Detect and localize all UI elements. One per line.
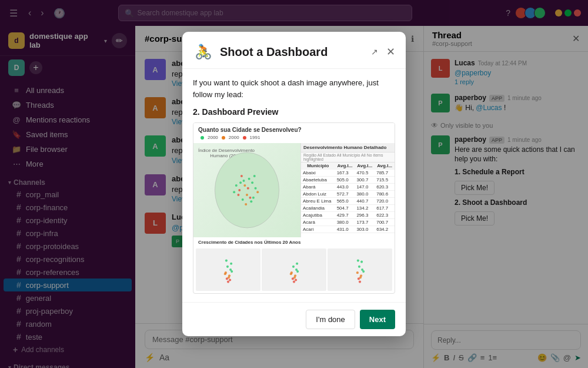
bottom-chart-title: Crescimento de Cidades nos Últimos 20 An… xyxy=(193,237,395,246)
table-row: Abará443.0147.0620.3 xyxy=(301,184,395,191)
svg-point-8 xyxy=(242,198,244,201)
svg-point-28 xyxy=(225,260,228,262)
mini-chart-2 xyxy=(262,248,326,291)
table-title: Desenvolvimento Humano Detalhado xyxy=(301,143,395,152)
legend-label-3: 1991 xyxy=(250,135,260,140)
table-row: Abreu E Lima565.0440.7720.0 xyxy=(301,198,395,205)
svg-point-42 xyxy=(296,270,299,273)
svg-point-4 xyxy=(251,181,253,184)
chart-svg-1 xyxy=(196,248,260,291)
legend-label-1: 2000 xyxy=(208,135,218,140)
svg-point-2 xyxy=(248,178,250,180)
svg-point-44 xyxy=(359,281,361,283)
svg-point-49 xyxy=(358,266,360,268)
svg-point-7 xyxy=(246,194,248,196)
modal-body: If you want to quick shoot a dash image … xyxy=(182,69,406,302)
svg-point-6 xyxy=(255,187,257,190)
svg-point-1 xyxy=(240,175,243,177)
svg-point-9 xyxy=(249,197,251,199)
svg-point-12 xyxy=(243,180,245,182)
svg-point-18 xyxy=(252,197,255,199)
table-row: Abdon Luiz572.7380.0780.6 xyxy=(301,191,395,198)
modal-icon: 🚴 xyxy=(193,41,214,62)
modal-overlay[interactable]: 🚴 Shoot a Dashboard ↗ ✕ If you want to q… xyxy=(0,0,588,368)
svg-point-16 xyxy=(245,203,247,205)
svg-point-29 xyxy=(229,279,231,281)
table-row: Acari431.0303.0634.2 xyxy=(301,226,395,233)
chart-title-row: Quanto sua Cidade se Desenvolveu? 2000 2… xyxy=(193,123,395,143)
modal-section-title: 2. Dashboard Preview xyxy=(193,107,395,117)
legend-dot-3 xyxy=(243,136,246,140)
col-header-avg2: Avg.I... xyxy=(355,163,375,170)
svg-point-0 xyxy=(215,152,279,228)
svg-point-31 xyxy=(224,273,226,275)
svg-point-51 xyxy=(359,276,362,279)
modal-header: 🚴 Shoot a Dashboard ↗ ✕ xyxy=(182,32,406,69)
col-header-avg1: Avg.I... xyxy=(335,163,355,170)
preview-charts xyxy=(193,246,395,293)
svg-point-11 xyxy=(256,191,259,193)
svg-point-14 xyxy=(237,194,239,196)
chart-svg-3 xyxy=(328,248,392,291)
preview-table: Desenvolvimento Humano Detalhado Região … xyxy=(300,143,395,237)
svg-point-21 xyxy=(227,281,229,283)
preview-map: Índice de DesenvolvimentoHumano (2010) xyxy=(193,143,300,237)
modal-title: Shoot a Dashboard xyxy=(220,45,365,59)
external-link-icon[interactable]: ↗ xyxy=(371,47,378,57)
chart-legend: 2000 2000 1991 xyxy=(198,133,390,142)
table-row: Abaetetuba505.0300.7715.5 xyxy=(301,177,395,184)
table-header-row: Município Avg.I... Avg.I... Avg.I... xyxy=(301,163,395,170)
svg-point-52 xyxy=(362,270,365,273)
legend-dot-1 xyxy=(201,136,204,140)
col-header-avg3: Avg.I... xyxy=(375,163,395,170)
svg-point-50 xyxy=(357,260,359,262)
svg-point-26 xyxy=(226,266,229,268)
svg-point-33 xyxy=(293,281,295,283)
svg-point-15 xyxy=(253,175,256,177)
svg-point-20 xyxy=(233,191,235,193)
chart-svg-2 xyxy=(262,248,326,291)
svg-point-3 xyxy=(243,184,246,187)
map-svg xyxy=(193,143,300,237)
svg-point-47 xyxy=(356,271,359,274)
table-row: Acailandia504.7134.2617.7 xyxy=(301,205,395,212)
legend-label-2: 2000 xyxy=(229,135,239,140)
mini-chart-3 xyxy=(328,248,392,291)
svg-point-53 xyxy=(360,261,363,263)
data-table: Município Avg.I... Avg.I... Avg.I... Aba… xyxy=(301,163,395,233)
done-button[interactable]: I'm done xyxy=(306,310,355,329)
dashboard-preview: Quanto sua Cidade se Desenvolveu? 2000 2… xyxy=(193,122,395,294)
table-row: Abaixi167.3470.5785.7 xyxy=(301,170,395,177)
mini-chart-1 xyxy=(196,248,260,291)
svg-point-38 xyxy=(292,266,295,268)
svg-point-40 xyxy=(293,276,296,279)
legend-dot-2 xyxy=(222,136,225,140)
svg-point-19 xyxy=(247,187,249,190)
modal-footer: I'm done Next xyxy=(182,302,406,336)
svg-point-10 xyxy=(235,184,238,187)
svg-point-17 xyxy=(239,181,242,184)
svg-point-41 xyxy=(290,273,292,275)
svg-point-39 xyxy=(296,263,298,265)
col-header-municipio: Município xyxy=(301,163,335,170)
table-filters: Região All Estado All Município All No i… xyxy=(301,152,395,163)
preview-top: Índice de DesenvolvimentoHumano (2010) xyxy=(193,143,395,237)
modal: 🚴 Shoot a Dashboard ↗ ✕ If you want to q… xyxy=(182,32,406,336)
chart-title: Quanto sua Cidade se Desenvolveu? xyxy=(198,127,390,133)
next-button[interactable]: Next xyxy=(360,310,395,329)
svg-point-43 xyxy=(295,279,297,281)
modal-close-button[interactable]: ✕ xyxy=(386,45,395,58)
table-row: Acará380.0173.7700.7 xyxy=(301,219,395,226)
modal-intro: If you want to quick shoot a dash image … xyxy=(193,77,395,100)
table-row: Acajutiba429.7296.3622.3 xyxy=(301,212,395,219)
svg-point-27 xyxy=(230,263,232,265)
svg-point-30 xyxy=(228,276,230,279)
svg-point-5 xyxy=(238,189,240,191)
svg-point-13 xyxy=(250,200,252,203)
svg-point-32 xyxy=(230,270,233,273)
